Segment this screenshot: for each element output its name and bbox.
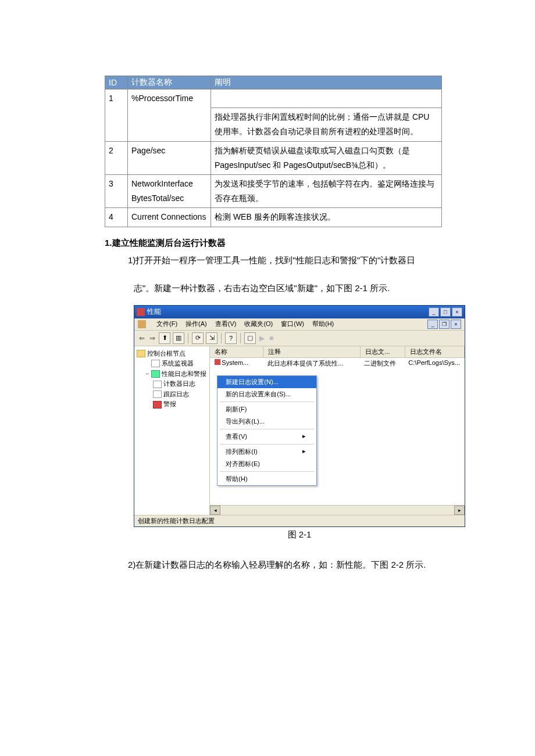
file-icon [153,390,162,398]
cell-id: 1 [105,89,128,142]
tree-root[interactable]: 控制台根节点 [137,349,207,359]
menu-label: 导出列表(L)... [226,417,265,426]
app-icon [137,308,145,316]
cell-desc: 指处理器执行非闲置线程时间的比例；通俗一点讲就是 CPU 使用率。计数器会自动记… [211,108,442,141]
menu-icon [138,320,146,328]
section-heading: 1.建立性能监测后台运行计数器 [105,238,500,249]
table-row: 4 Current Connections 检测 WEB 服务的顾客连接状况。 [105,208,442,227]
counter-table: ID 计数器名称 阐明 1 %ProcessorTime 指处理器执行非闲置线程… [105,76,442,227]
menu-label: 排列图标(I) [226,447,257,456]
cell: System... [222,359,248,366]
ctx-view[interactable]: 查看(V)▸ [217,431,316,443]
cell: 此日志样本提供了系统性... [263,358,359,369]
ctx-new-log-setting[interactable]: 新建日志设置(N)... [217,376,316,388]
cell: 二进制文件 [359,358,404,369]
tree-alerts[interactable]: 警报 [153,399,207,410]
toolbar: ⇐ ⇒ ⬆ ▥ ⟳ ⇲ ? ▢ ▶ ■ [134,331,465,346]
th-name: 计数器名称 [128,76,211,89]
mdi-restore-button[interactable]: ❐ [439,320,450,329]
new-button[interactable]: ▢ [244,332,256,344]
tree-label: 系统监视器 [162,359,194,369]
scroll-right-button[interactable]: ▸ [454,506,465,515]
menu-label: 刷新(F) [226,405,247,414]
help-button[interactable]: ? [225,332,237,344]
ctx-export[interactable]: 导出列表(L)... [217,415,316,428]
status-bar: 创建新的性能计数日志配置 [134,515,465,526]
play-button[interactable]: ▶ [258,334,266,342]
folder-icon [137,350,145,357]
col-note[interactable]: 注释 [263,346,361,357]
table-row: 3 NetworkInterface BytesTotal/sec 为发送和接受… [105,174,442,207]
col-type[interactable]: 日志文... [361,346,405,357]
menu-separator [220,429,314,429]
th-id: ID [105,76,128,89]
menu-label: 查看(V) [226,432,247,441]
alert-icon [153,401,162,409]
ctx-align-icons[interactable]: 对齐图标(E) [217,458,316,470]
cell-desc [211,89,442,108]
paragraph: 2)在新建计数器日志的名称输入轻易理解的名称，如：新性能。下图 2-2 所示. [128,557,465,574]
cell-id: 4 [105,208,128,227]
cell-name: %ProcessorTime [128,89,211,142]
tree-trace-logs[interactable]: 跟踪日志 [153,389,207,400]
toolbar-separator [188,333,188,343]
tree-system-monitor[interactable]: 系统监视器 [145,359,207,369]
maximize-button[interactable]: □ [440,307,451,317]
ctx-arrange-icons[interactable]: 排列图标(I)▸ [217,446,316,458]
export-button[interactable]: ⇲ [206,332,217,344]
cell-name: Current Connections [128,208,211,227]
toolbar-separator [240,333,241,343]
collapse-icon: − [145,369,150,379]
up-button[interactable]: ⬆ [159,332,170,344]
show-hide-button[interactable]: ▥ [173,332,184,344]
back-button[interactable]: ⇐ [138,334,146,342]
submenu-arrow-icon: ▸ [302,432,306,441]
minimize-button[interactable]: _ [429,307,439,317]
menu-label: 新建日志设置(N)... [226,378,278,386]
log-icon [215,359,220,365]
figure-caption: 图 2-1 [134,529,465,540]
h-scrollbar[interactable]: ◂ ▸ [210,505,465,515]
file-icon [151,360,160,367]
cell-desc: 为发送和接受字节的速率，包括帧字符在内。鉴定网络连接与否存在瓶颈。 [211,174,442,207]
cell-desc: 检测 WEB 服务的顾客连接状况。 [211,208,442,227]
tree-label: 警报 [163,399,176,410]
scroll-left-button[interactable]: ◂ [210,506,220,515]
tree-label: 计数器日志 [163,379,195,389]
menu-favorites[interactable]: 收藏夹(O) [244,320,273,328]
refresh-button[interactable]: ⟳ [192,332,204,344]
ctx-help[interactable]: 帮助(H) [217,473,316,485]
perf-window: 性能 _ □ × 文件(F) 操作(A) 查看(V) 收藏夹(O) 窗口(W) … [134,305,465,527]
submenu-arrow-icon: ▸ [302,447,306,456]
paragraph: 志"。新建一种计数器，右击右边空白区域"新建"，如下图 2-1 所示. [134,280,465,297]
menu-action[interactable]: 操作(A) [186,320,207,328]
menu-separator [220,471,314,472]
list-header: 名称 注释 日志文... 日志文件名 [210,346,465,358]
tree-label: 跟踪日志 [163,389,189,400]
mdi-minimize-button[interactable]: _ [427,320,438,329]
th-desc: 阐明 [211,76,442,89]
menu-label: 对齐图标(E) [226,460,260,468]
chart-icon [151,370,160,378]
tree-perf-logs-alerts[interactable]: − 性能日志和警报 [145,369,207,379]
toolbar-separator [221,333,222,343]
menu-view[interactable]: 查看(V) [215,320,237,328]
menu-window[interactable]: 窗口(W) [281,320,304,328]
menu-file[interactable]: 文件(F) [156,320,177,328]
col-name[interactable]: 名称 [210,346,263,357]
tree-counter-logs[interactable]: 计数器日志 [153,379,207,389]
col-file[interactable]: 日志文件名 [405,346,465,357]
ctx-new-from[interactable]: 新的日志设置来自(S)... [217,388,316,400]
cell-desc: 指为解析硬页错误从磁盘读取或写入磁盘口勾页数（是 PagesInput/sec … [211,141,442,174]
cell-id: 3 [105,174,128,207]
forward-button[interactable]: ⇒ [148,334,156,342]
list-row[interactable]: System... 此日志样本提供了系统性... 二进制文件 C:\PerfLo… [210,358,465,369]
table-row: 2 Page/sec 指为解析硬页错误从磁盘读取或写入磁盘口勾页数（是 Page… [105,141,442,174]
stop-button[interactable]: ■ [268,334,274,342]
cell: C:\PerfLogs\Sys... [404,358,465,369]
ctx-refresh[interactable]: 刷新(F) [217,403,316,415]
mdi-close-button[interactable]: × [451,320,461,329]
menu-help[interactable]: 帮助(H) [312,320,334,328]
tree-label: 性能日志和警报 [162,369,206,379]
close-button[interactable]: × [452,307,462,317]
